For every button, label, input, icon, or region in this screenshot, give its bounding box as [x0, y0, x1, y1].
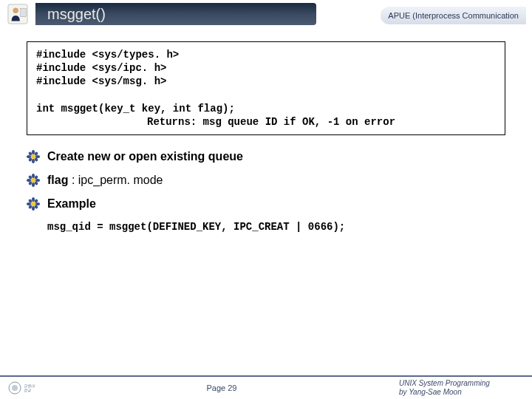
- svg-point-13: [32, 174, 35, 178]
- svg-point-7: [35, 155, 40, 158]
- flower-bullet-icon: [27, 197, 40, 211]
- slide-content: #include <sys/types. h> #include <sys/ip…: [0, 28, 532, 233]
- svg-point-23: [32, 206, 35, 211]
- footer-logo-icon: 강원대 컴공: [0, 381, 44, 395]
- title-bar: msgget(): [35, 3, 316, 25]
- bullet-item: flag : ipc_perm. mode: [27, 174, 505, 187]
- bullet-text: Create new or open existing queue: [47, 150, 243, 163]
- code-line: int msgget(key_t key, int flag);: [36, 103, 235, 115]
- svg-point-22: [32, 197, 35, 202]
- svg-rect-2: [21, 9, 27, 17]
- bullet-list: Create new or open existing queue flag :…: [27, 150, 505, 211]
- example-code-line: msg_qid = msgget(DEFINED_KEY, IPC_CREAT …: [27, 221, 505, 233]
- svg-point-12: [31, 178, 35, 183]
- svg-point-3: [31, 154, 35, 159]
- slide-footer: 강원대 컴공 Page 29 UNIX System Programming b…: [0, 375, 532, 399]
- footer-line2: by Yang-Sae Moon: [399, 388, 526, 397]
- svg-point-4: [32, 150, 35, 154]
- bullet-text: Example: [47, 197, 96, 211]
- svg-point-5: [32, 159, 35, 163]
- bullet-item: Example: [27, 197, 505, 211]
- svg-text:컴공: 컴공: [24, 388, 32, 392]
- svg-point-1: [13, 8, 18, 14]
- slide-title: msgget(): [47, 6, 106, 23]
- svg-point-21: [31, 202, 35, 206]
- flower-bullet-icon: [27, 174, 40, 187]
- svg-point-24: [27, 202, 31, 205]
- bullet-text: flag : ipc_perm. mode: [47, 174, 163, 187]
- footer-credits: UNIX System Programming by Yang-Sae Moon: [399, 379, 532, 397]
- page-number: Page 29: [44, 383, 399, 392]
- svg-point-25: [35, 202, 40, 205]
- svg-point-15: [27, 179, 31, 182]
- subtitle-text: APUE (Interprocess Communication: [381, 7, 526, 24]
- footer-line1: UNIX System Programming: [399, 379, 526, 388]
- bullet-item: Create new or open existing queue: [27, 150, 505, 163]
- header-person-icon: [0, 0, 35, 28]
- svg-point-14: [32, 183, 35, 187]
- svg-point-16: [35, 179, 40, 182]
- subtitle-slot: APUE (Interprocess Communication: [316, 3, 532, 25]
- flower-bullet-icon: [27, 150, 40, 163]
- code-line: #include <sys/types. h>: [36, 49, 179, 61]
- slide-header: msgget() APUE (Interprocess Communicatio…: [0, 0, 532, 28]
- code-line: #include <sys/ipc. h>: [36, 62, 166, 74]
- code-return-line: Returns: msg queue ID if OK, -1 on error: [36, 116, 395, 128]
- code-synopsis-box: #include <sys/types. h> #include <sys/ip…: [27, 41, 505, 135]
- code-line: #include <sys/msg. h>: [36, 75, 166, 87]
- svg-point-6: [27, 155, 31, 158]
- svg-point-31: [12, 385, 18, 391]
